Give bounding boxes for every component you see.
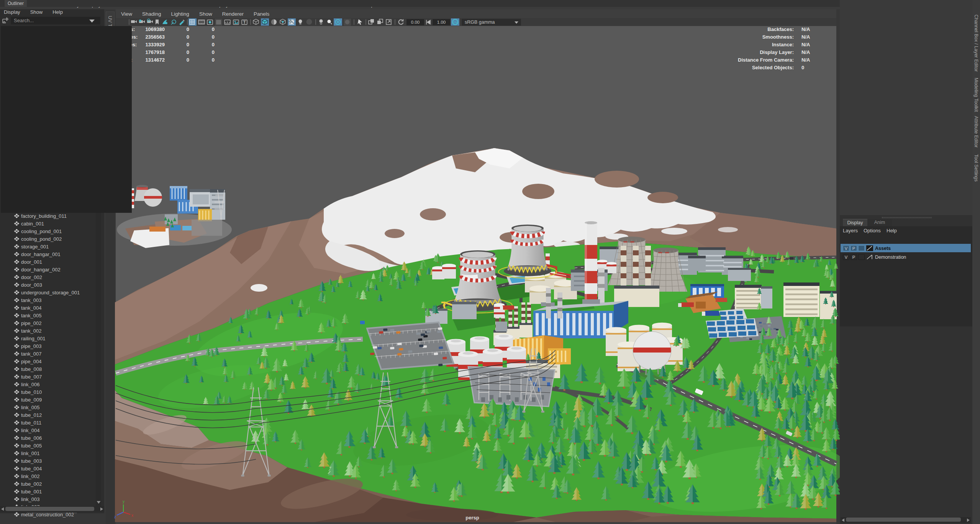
svg-text:N/A: N/A — [801, 26, 810, 32]
svg-text:0: 0 — [187, 57, 189, 63]
svg-text:0: 0 — [212, 42, 215, 47]
svg-text:Display Layer:: Display Layer: — [760, 49, 794, 55]
svg-text:0: 0 — [187, 49, 189, 55]
svg-text:0: 0 — [212, 26, 215, 32]
svg-text:0: 0 — [187, 42, 189, 47]
svg-text:Instance:: Instance: — [772, 42, 794, 47]
svg-text:0: 0 — [187, 26, 189, 32]
svg-text:0: 0 — [187, 34, 189, 40]
svg-text:1069380: 1069380 — [145, 26, 165, 32]
svg-text:persp: persp — [465, 515, 479, 521]
svg-text:N/A: N/A — [801, 49, 810, 55]
svg-text:0: 0 — [212, 34, 215, 40]
svg-text:Distance From Camera:: Distance From Camera: — [738, 57, 794, 63]
svg-text:z: z — [114, 515, 116, 519]
svg-text:y: y — [123, 500, 125, 504]
svg-text:1314672: 1314672 — [145, 57, 165, 63]
svg-text:0: 0 — [801, 65, 804, 70]
svg-text:x: x — [131, 513, 133, 517]
svg-text:0: 0 — [212, 49, 215, 55]
svg-text:0: 0 — [212, 57, 215, 63]
svg-text:1333929: 1333929 — [145, 42, 165, 47]
svg-text:1767918: 1767918 — [145, 49, 165, 55]
svg-text:Selected Objects:: Selected Objects: — [752, 65, 794, 70]
svg-text:2356563: 2356563 — [145, 34, 165, 40]
svg-text:Backfaces:: Backfaces: — [767, 26, 794, 32]
svg-text:N/A: N/A — [801, 34, 810, 40]
svg-text:N/A: N/A — [801, 57, 810, 63]
svg-text:N/A: N/A — [801, 42, 810, 47]
svg-text:Smoothness:: Smoothness: — [762, 34, 794, 40]
